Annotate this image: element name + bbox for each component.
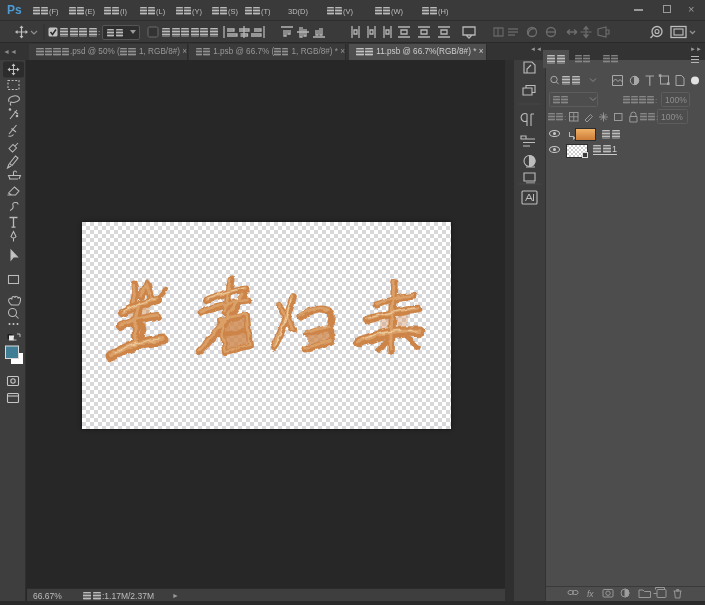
svg-text:100%: 100% [665, 95, 687, 105]
svg-text:fx: fx [587, 589, 594, 599]
svg-text:100%: 100% [661, 112, 683, 122]
